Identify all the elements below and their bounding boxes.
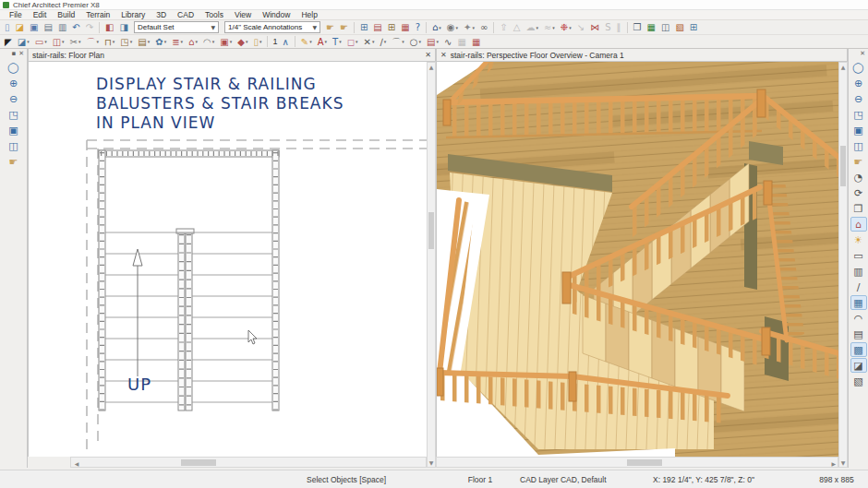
toolbar-set-dropdown[interactable]: Default Set▼: [134, 21, 219, 33]
zoom-in-icon[interactable]: ⊕: [6, 76, 22, 90]
find-in-plan-icon[interactable]: ∞: [477, 21, 489, 33]
zoom-out-icon[interactable]: ⊖: [6, 91, 22, 106]
stair-tools-icon[interactable]: ≣▾: [170, 36, 186, 48]
mouse-orbit-icon[interactable]: ◔: [850, 170, 867, 184]
undo-zoom-icon[interactable]: ◳: [850, 107, 867, 122]
menu-help[interactable]: Help: [295, 10, 322, 19]
menu-file[interactable]: File: [4, 10, 28, 19]
select-objects-icon[interactable]: ◤: [3, 36, 15, 48]
open-plan-icon[interactable]: ◪: [13, 21, 26, 33]
wall-break-icon[interactable]: ◫▾: [50, 36, 66, 48]
symbol-tool-icon[interactable]: S: [603, 21, 613, 33]
cad-draw-icon[interactable]: ✎▾: [298, 36, 314, 48]
fill-window-building-icon[interactable]: ◫: [6, 138, 22, 153]
disabled-grid-icon[interactable]: ▦: [455, 36, 468, 48]
scroll-up-icon[interactable]: ▲: [428, 64, 435, 70]
parallel-tool-icon[interactable]: ∥: [614, 21, 623, 33]
sprinkler-tool-icon[interactable]: ❉▾: [558, 21, 573, 33]
note-tool-icon[interactable]: ▤▾: [425, 36, 441, 48]
view-page-icon[interactable]: ▥: [850, 264, 867, 279]
text-tools-icon[interactable]: A▾: [315, 36, 329, 48]
cabinet-tools-icon[interactable]: ◳▾: [118, 36, 135, 48]
menu-cad[interactable]: CAD: [172, 10, 199, 19]
road-tool-icon[interactable]: ≈▾: [541, 21, 557, 33]
menu-terrain[interactable]: Terrain: [80, 10, 115, 19]
pan-hand-1-icon[interactable]: ☛: [324, 21, 337, 33]
roof-tools-icon[interactable]: ⌂▾: [187, 36, 200, 48]
sky-tool-icon[interactable]: ☁▾: [524, 21, 541, 33]
camera-view-icon[interactable]: ◉▾: [444, 21, 460, 33]
floor-plan-close-icon[interactable]: ✕: [425, 51, 431, 59]
library-browser-icon[interactable]: ⊞: [357, 21, 369, 33]
perspective-close-left-icon[interactable]: ✕: [440, 51, 447, 59]
perspective-vertical-scrollbar[interactable]: ▲ ▼: [838, 62, 848, 468]
bench-tools-icon[interactable]: ⊓▾: [102, 36, 117, 48]
crane-tool-icon[interactable]: ⇪: [498, 21, 510, 33]
rect-select-icon[interactable]: ▭: [850, 248, 867, 263]
window-cascade-icon[interactable]: ▦: [645, 21, 657, 33]
zoom-select-icon[interactable]: ◯: [6, 60, 22, 75]
rotate-view-icon[interactable]: ⟳: [850, 185, 867, 200]
callout-text-icon[interactable]: T▾: [331, 36, 344, 48]
save-plan-icon[interactable]: ▣: [27, 21, 40, 33]
cross-box-icon[interactable]: ✕▾: [361, 36, 377, 48]
scroll-down-icon[interactable]: ▼: [428, 459, 435, 466]
fill-window-building-icon[interactable]: ◫: [850, 138, 867, 153]
menu-3d[interactable]: 3D: [151, 10, 172, 19]
zoom-select-icon[interactable]: ◯: [850, 60, 867, 75]
undo-zoom-icon[interactable]: ◳: [6, 107, 22, 122]
spline-tool-icon[interactable]: ∿: [442, 36, 454, 48]
fill-window-icon[interactable]: ▣: [6, 123, 22, 137]
help-icon[interactable]: ?: [413, 21, 422, 33]
zoom-in-icon[interactable]: ⊕: [850, 76, 867, 90]
library-search-icon[interactable]: ▤: [371, 21, 384, 33]
toolbar-close-icon[interactable]: ✕: [18, 51, 24, 57]
pan-hand-2-icon[interactable]: ☛: [337, 21, 350, 33]
connect-tool-icon[interactable]: ⋈: [588, 21, 602, 33]
pattern-fill-icon[interactable]: ▦: [850, 295, 867, 310]
floor-up-icon[interactable]: ∧: [280, 36, 291, 48]
window-tile-icon[interactable]: ❐: [631, 21, 644, 33]
toolbar-close-icon[interactable]: ✕: [860, 51, 865, 57]
menu-library[interactable]: Library: [115, 10, 151, 19]
walkthrough-icon[interactable]: ✦▾: [462, 21, 477, 33]
hatch-tool-icon[interactable]: ◪▾: [15, 36, 31, 48]
curve-wall-icon[interactable]: ⌒▾: [84, 36, 102, 48]
hatch-display-icon[interactable]: ▩: [850, 342, 867, 357]
render-view-icon[interactable]: ⌂: [850, 217, 867, 232]
material-tools-icon[interactable]: ◆▾: [235, 36, 250, 48]
lock-tools-icon[interactable]: ◠▾: [200, 36, 216, 48]
redo-icon[interactable]: ↷: [83, 21, 95, 33]
circle-tool-icon[interactable]: ○▾: [407, 36, 423, 48]
active-defaults-icon[interactable]: ◨: [117, 21, 130, 33]
line-tool-icon[interactable]: ∕▾: [378, 36, 389, 48]
electrical-tools-icon[interactable]: ✿▾: [153, 36, 169, 48]
fill-window-icon[interactable]: ▣: [850, 123, 867, 137]
project-browser-icon[interactable]: ⊞: [385, 21, 397, 33]
print-icon[interactable]: ▤: [42, 21, 54, 33]
column-tools-icon[interactable]: ▯▾: [251, 36, 264, 48]
floor-plan-vertical-scrollbar[interactable]: ▲ ▼: [427, 62, 436, 468]
line-weight-icon[interactable]: ∕: [850, 280, 867, 294]
scroll-down-icon[interactable]: ▼: [839, 459, 847, 466]
floor-plan-canvas[interactable]: DISPLAY STAIR & RAILING BALUSTERS & STAI…: [28, 62, 427, 457]
leader-line-icon[interactable]: ↘: [574, 21, 586, 33]
window-side-icon[interactable]: ◫: [658, 21, 671, 33]
perspective-horizontal-scrollbar[interactable]: ▶: [436, 457, 838, 468]
menu-build[interactable]: Build: [52, 10, 80, 19]
new-plan-icon[interactable]: ▯: [3, 21, 13, 33]
sun-shadows-icon[interactable]: ☀: [850, 232, 867, 247]
print-preview-icon[interactable]: ▥: [55, 21, 68, 33]
calculator-icon[interactable]: ▦: [469, 36, 482, 48]
toolbar-customize-icon[interactable]: ◧: [103, 21, 116, 33]
scroll-left-icon[interactable]: ◀: [73, 460, 80, 467]
terrain-tool-icon[interactable]: △: [511, 21, 523, 33]
menu-window[interactable]: Window: [257, 10, 295, 19]
pan-window-icon[interactable]: ☛: [850, 154, 867, 169]
grid-display-icon[interactable]: ▤: [850, 327, 867, 341]
shadow-box-icon[interactable]: ◪: [850, 358, 867, 373]
railing-tools-icon[interactable]: ✂▾: [67, 36, 83, 48]
floor-plan-horizontal-scrollbar[interactable]: ◀: [70, 457, 427, 468]
menu-view[interactable]: View: [229, 10, 257, 19]
scroll-right-icon[interactable]: ▶: [828, 460, 836, 467]
